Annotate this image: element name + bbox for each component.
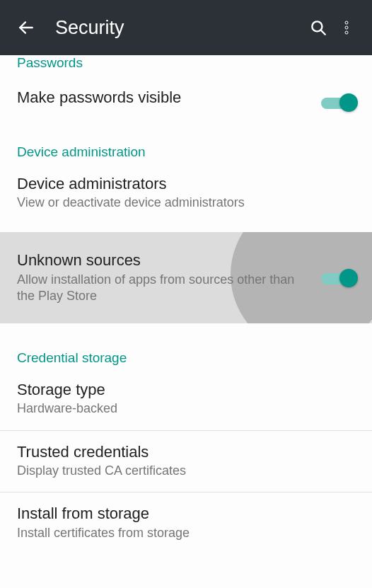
setting-subtitle: Allow installation of apps from sources … [17, 272, 355, 305]
section-header-credential-storage: Credential storage [0, 338, 372, 369]
setting-device-administrators[interactable]: Device administrators View or deactivate… [0, 163, 372, 224]
section-header-passwords: Passwords [0, 54, 372, 74]
app-bar: Security [0, 0, 372, 55]
setting-title: Unknown sources [17, 250, 355, 270]
setting-install-from-storage[interactable]: Install from storage Install certificate… [0, 492, 372, 554]
setting-trusted-credentials[interactable]: Trusted credentials Display trusted CA c… [0, 431, 372, 493]
setting-title: Install from storage [17, 504, 355, 524]
setting-title: Make passwords visible [17, 88, 355, 108]
switch-unknown-sources[interactable] [321, 270, 355, 286]
setting-unknown-sources[interactable]: Unknown sources Allow installation of ap… [0, 232, 372, 323]
setting-title: Storage type [17, 380, 355, 400]
setting-title: Trusted credentials [17, 442, 355, 462]
settings-list: Passwords Make passwords visible Device … [0, 54, 372, 554]
section-header-device-admin: Device administration [0, 132, 372, 163]
setting-subtitle: View or deactivate device administrators [17, 195, 355, 211]
page-title: Security [55, 17, 303, 39]
setting-make-passwords-visible[interactable]: Make passwords visible [0, 74, 372, 132]
svg-point-4 [345, 26, 348, 29]
spacer [0, 323, 372, 338]
setting-storage-type[interactable]: Storage type Hardware-backed [0, 369, 372, 431]
setting-subtitle: Display trusted CA certificates [17, 463, 355, 479]
switch-make-passwords-visible[interactable] [321, 95, 355, 110]
setting-subtitle: Install certificates from storage [17, 525, 355, 541]
setting-title: Device administrators [17, 174, 355, 194]
svg-line-2 [320, 30, 325, 34]
setting-subtitle: Hardware-backed [17, 400, 355, 417]
more-vertical-icon [338, 19, 355, 36]
switch-thumb [339, 269, 358, 287]
switch-thumb [339, 93, 358, 112]
svg-point-3 [345, 21, 348, 24]
back-button[interactable] [13, 18, 40, 37]
overflow-menu-button[interactable] [334, 19, 359, 36]
search-icon [309, 18, 327, 37]
search-button[interactable] [303, 18, 334, 37]
arrow-left-icon [17, 18, 35, 37]
svg-point-5 [345, 31, 348, 34]
